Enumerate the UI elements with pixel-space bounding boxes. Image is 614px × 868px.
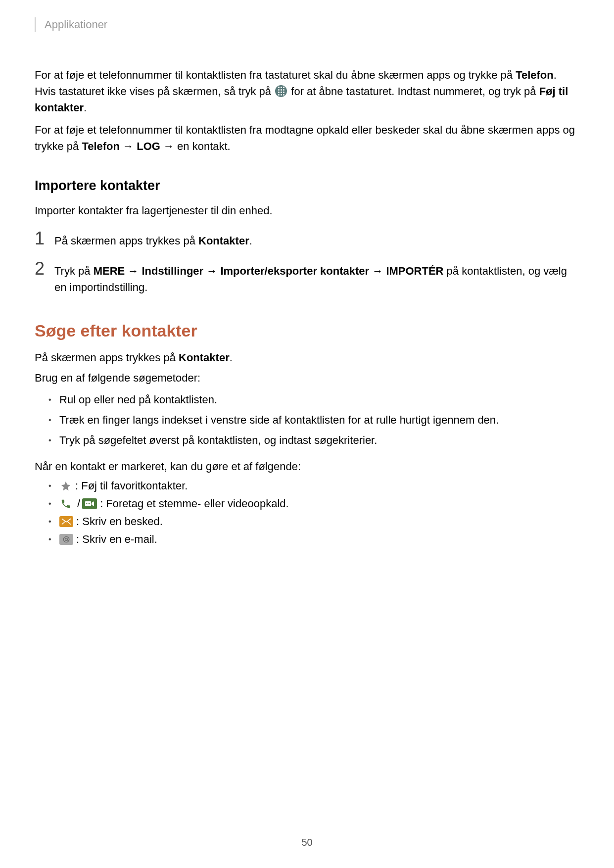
- arrow: →: [369, 265, 386, 277]
- action-favorite: • : Føj til favoritkontakter.: [48, 480, 579, 492]
- action-list: • : Føj til favoritkontakter. • / : Fore…: [48, 480, 579, 546]
- numbered-list: 1 På skærmen apps trykkes på Kontakter. …: [35, 230, 579, 295]
- bullet-icon: •: [48, 482, 59, 490]
- breadcrumb: Applikationer: [35, 17, 579, 32]
- search-p2: Brug en af følgende søgemetoder:: [35, 370, 579, 386]
- video-icon: [82, 498, 97, 509]
- text: .: [84, 101, 87, 114]
- svg-point-1: [86, 503, 87, 504]
- svg-point-4: [63, 536, 69, 542]
- intro-paragraph-2: For at føje et telefonnummer til kontakt…: [35, 122, 579, 154]
- breadcrumb-text: Applikationer: [45, 18, 107, 31]
- bullet-icon: •: [48, 535, 59, 544]
- import-intro: Importer kontakter fra lagertjenester ti…: [35, 202, 579, 219]
- bold-importer-eksporter: Importer/eksporter kontakter: [220, 265, 369, 277]
- step-number: 2: [35, 260, 54, 278]
- search-method-list: • Rul op eller ned på kontaktlisten. • T…: [48, 391, 579, 449]
- step-number: 1: [35, 230, 54, 247]
- text: : Skriv en besked.: [76, 515, 163, 528]
- heading-search: Søge efter kontakter: [35, 321, 579, 340]
- bold-importer: IMPORTÉR: [386, 265, 443, 277]
- intro-paragraph-1: For at føje et telefonnummer til kontakt…: [35, 67, 579, 116]
- step-2: 2 Tryk på MERE → Indstillinger → Importe…: [35, 260, 579, 295]
- bold-indstillinger: Indstillinger: [142, 265, 203, 277]
- step-1: 1 På skærmen apps trykkes på Kontakter.: [35, 230, 579, 249]
- bullet-icon: •: [48, 411, 59, 427]
- bullet-icon: •: [48, 517, 59, 526]
- page-number: 50: [0, 837, 614, 848]
- heading-import: Importere kontakter: [35, 178, 579, 193]
- svg-point-2: [88, 503, 89, 504]
- slash: /: [77, 497, 80, 510]
- text: Rul op eller ned på kontaktlisten.: [59, 391, 579, 408]
- message-icon: [59, 516, 73, 527]
- list-item: • Tryk på søgefeltet øverst på kontaktli…: [48, 432, 579, 449]
- text: På skærmen apps trykkes på: [54, 235, 198, 247]
- bold-kontakter: Kontakter: [198, 235, 249, 247]
- phone-icon: [59, 497, 72, 510]
- search-p3: Når en kontakt er markeret, kan du gøre …: [35, 458, 579, 475]
- star-icon: [59, 480, 72, 492]
- action-email: • : Skriv en e-mail.: [48, 533, 579, 546]
- email-icon: [59, 534, 73, 545]
- arrow: →: [125, 265, 142, 277]
- list-item: • Træk en finger langs indekset i venstr…: [48, 411, 579, 429]
- keypad-icon: [275, 85, 287, 97]
- bold-kontakter2: Kontakter: [179, 351, 230, 364]
- bullet-icon: •: [48, 499, 59, 508]
- text: : Føj til favoritkontakter.: [75, 480, 188, 492]
- bold-log: LOG: [137, 140, 160, 152]
- bullet-icon: •: [48, 391, 59, 406]
- text: → en kontakt.: [160, 140, 231, 152]
- text: Tryk på søgefeltet øverst på kontaktlist…: [59, 432, 579, 449]
- text: : Skriv en e-mail.: [76, 533, 157, 546]
- bullet-icon: •: [48, 432, 59, 447]
- text: Tryk på: [54, 265, 94, 277]
- action-message: • : Skriv en besked.: [48, 515, 579, 528]
- action-call: • / : Foretag et stemme- eller videoopka…: [48, 497, 579, 510]
- search-p1: På skærmen apps trykkes på Kontakter.: [35, 349, 579, 366]
- text: .: [249, 235, 252, 247]
- bold-telefon: Telefon: [516, 69, 554, 81]
- bold-telefon2: Telefon: [82, 140, 120, 152]
- arrow: →: [120, 140, 137, 152]
- text: For at føje et telefonnummer til kontakt…: [35, 69, 516, 81]
- arrow: →: [203, 265, 220, 277]
- svg-point-5: [65, 538, 68, 540]
- text: : Foretag et stemme- eller videoopkald.: [100, 497, 289, 510]
- text: Træk en finger langs indekset i venstre …: [59, 411, 579, 429]
- text: .: [230, 351, 233, 364]
- svg-point-3: [89, 503, 90, 504]
- list-item: • Rul op eller ned på kontaktlisten.: [48, 391, 579, 408]
- text: for at åbne tastaturet. Indtast nummeret…: [288, 85, 539, 97]
- text: På skærmen apps trykkes på: [35, 351, 179, 364]
- bold-mere: MERE: [94, 265, 125, 277]
